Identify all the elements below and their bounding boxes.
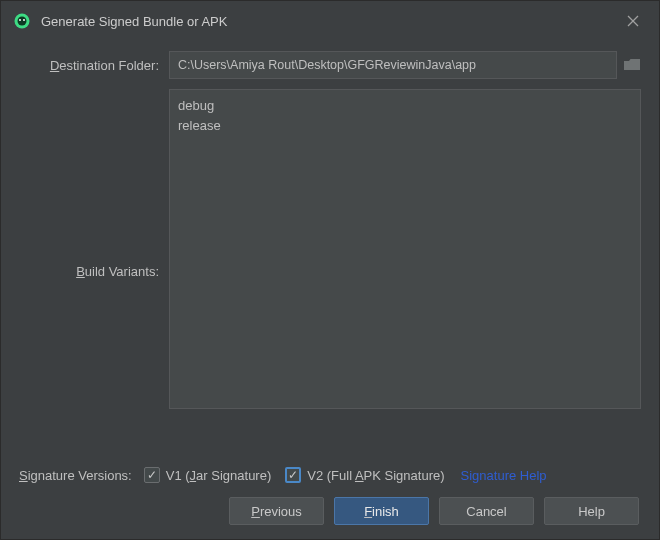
svg-point-3 xyxy=(23,19,25,21)
previous-button[interactable]: Previous xyxy=(229,497,324,525)
titlebar: Generate Signed Bundle or APK xyxy=(1,1,659,41)
destination-value: C:\Users\Amiya Rout\Desktop\GFGReviewinJ… xyxy=(178,58,476,72)
variants-label: Build Variants: xyxy=(76,264,159,279)
v1-label: V1 (Jar Signature) xyxy=(166,468,272,483)
variant-item-debug[interactable]: debug xyxy=(178,96,632,116)
dialog-content: Destination Folder: C:\Users\Amiya Rout\… xyxy=(1,41,659,539)
check-icon: ✓ xyxy=(144,467,160,483)
signature-row: Signature Versions: ✓ V1 (Jar Signature)… xyxy=(19,467,641,483)
close-button[interactable] xyxy=(619,7,647,35)
svg-point-1 xyxy=(18,17,27,26)
destination-input[interactable]: C:\Users\Amiya Rout\Desktop\GFGReviewinJ… xyxy=(169,51,617,79)
check-icon: ✓ xyxy=(285,467,301,483)
variants-listbox[interactable]: debug release xyxy=(169,89,641,409)
signature-help-link[interactable]: Signature Help xyxy=(461,468,547,483)
app-icon xyxy=(13,12,31,30)
v2-label: V2 (Full APK Signature) xyxy=(307,468,444,483)
destination-label: Destination Folder: xyxy=(19,58,169,73)
destination-field-col: C:\Users\Amiya Rout\Desktop\GFGReviewinJ… xyxy=(169,51,641,79)
help-button[interactable]: Help xyxy=(544,497,639,525)
dialog-title: Generate Signed Bundle or APK xyxy=(41,14,619,29)
svg-point-2 xyxy=(19,19,21,21)
cancel-button[interactable]: Cancel xyxy=(439,497,534,525)
variants-row: Build Variants: debug release xyxy=(19,89,641,453)
button-row: Previous Finish Cancel Help xyxy=(19,497,641,525)
v2-checkbox[interactable]: ✓ V2 (Full APK Signature) xyxy=(285,467,444,483)
browse-folder-icon[interactable] xyxy=(623,58,641,72)
signature-label: Signature Versions: xyxy=(19,468,144,483)
destination-row: Destination Folder: C:\Users\Amiya Rout\… xyxy=(19,51,641,79)
variant-item-release[interactable]: release xyxy=(178,116,632,136)
dialog-window: Generate Signed Bundle or APK Destinatio… xyxy=(0,0,660,540)
finish-button[interactable]: Finish xyxy=(334,497,429,525)
v1-checkbox[interactable]: ✓ V1 (Jar Signature) xyxy=(144,467,272,483)
variants-label-wrap: Build Variants: xyxy=(19,89,169,453)
